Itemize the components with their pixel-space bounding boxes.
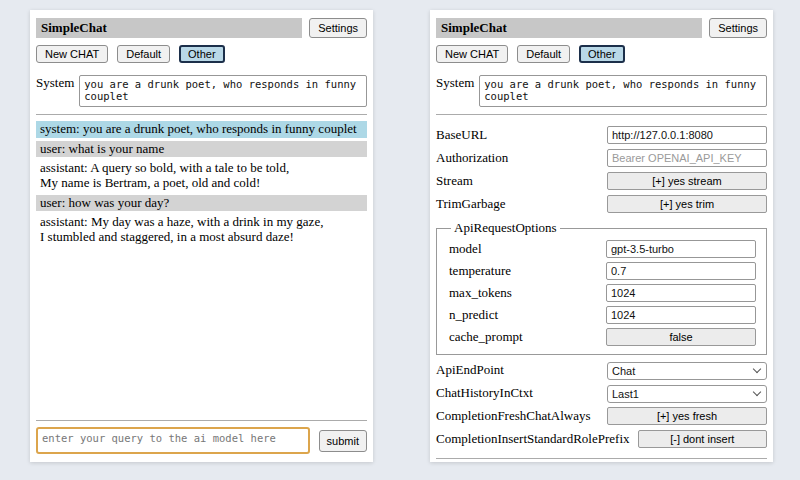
stream-toggle-button[interactable]: [+] yes stream — [607, 172, 767, 190]
setting-row-temperature: temperature — [449, 262, 756, 280]
chathistory-select-wrap: Last1 — [607, 384, 767, 402]
session-other-button[interactable]: Other — [179, 45, 225, 63]
apiendpoint-select-wrap: Chat — [607, 361, 767, 379]
header: SimpleChat Settings — [436, 18, 767, 38]
new-chat-button[interactable]: New CHAT — [36, 45, 108, 63]
chat-message-assistant: assistant: A query so bold, with a tale … — [36, 160, 367, 191]
submit-button[interactable]: submit — [319, 430, 367, 452]
setting-row-completion-fresh: CompletionFreshChatAlways [+] yes fresh — [436, 407, 767, 425]
setting-row-baseurl: BaseURL — [436, 126, 767, 144]
chathistory-select[interactable]: Last1 — [607, 385, 767, 403]
new-chat-button[interactable]: New CHAT — [436, 45, 508, 63]
header: SimpleChat Settings — [36, 18, 367, 38]
divider — [36, 420, 367, 421]
query-input[interactable] — [36, 427, 310, 454]
chat-message-assistant: assistant: My day was a haze, with a dri… — [36, 214, 367, 245]
setting-row-trimgarbage: TrimGarbage [+] yes trim — [436, 195, 767, 213]
setting-row-max-tokens: max_tokens — [449, 284, 756, 302]
trimgarbage-toggle-button[interactable]: [+] yes trim — [607, 195, 767, 213]
n-predict-label: n_predict — [449, 307, 498, 323]
system-prompt-input[interactable]: you are a drunk poet, who responds in fu… — [79, 75, 367, 107]
temperature-input[interactable] — [606, 262, 756, 280]
temperature-label: temperature — [449, 263, 511, 279]
app-title: SimpleChat — [36, 18, 302, 38]
session-default-button[interactable]: Default — [117, 45, 170, 63]
baseurl-input[interactable] — [607, 126, 767, 144]
app-title: SimpleChat — [436, 18, 702, 38]
completion-insert-label: CompletionInsertStandardRolePrefix — [436, 431, 630, 447]
setting-row-chathistory: ChatHistoryInCtxt Last1 — [436, 384, 767, 402]
n-predict-input[interactable] — [606, 306, 756, 324]
cache-prompt-toggle-button[interactable]: false — [606, 328, 756, 346]
authorization-input[interactable] — [607, 149, 767, 167]
apiendpoint-select[interactable]: Chat — [607, 362, 767, 380]
system-prompt-input[interactable]: you are a drunk poet, who responds in fu… — [479, 75, 767, 107]
system-prompt-row: System you are a drunk poet, who respond… — [36, 75, 367, 107]
trimgarbage-label: TrimGarbage — [436, 196, 506, 212]
api-request-options-legend: ApiRequestOptions — [451, 220, 560, 236]
session-other-button[interactable]: Other — [579, 45, 625, 63]
session-buttons: New CHAT Default Other — [36, 45, 367, 63]
apiendpoint-label: ApiEndPoint — [436, 362, 504, 378]
settings-button[interactable]: Settings — [709, 18, 767, 38]
setting-row-stream: Stream [+] yes stream — [436, 172, 767, 190]
max-tokens-input[interactable] — [606, 284, 756, 302]
system-label: System — [36, 75, 74, 91]
completion-insert-toggle-button[interactable]: [-] dont insert — [638, 430, 767, 448]
api-request-options-group: ApiRequestOptions model temperature max_… — [436, 220, 767, 355]
divider — [436, 114, 767, 115]
chat-message-user: user: what is your name — [36, 141, 367, 158]
settings-button[interactable]: Settings — [309, 18, 367, 38]
max-tokens-label: max_tokens — [449, 285, 512, 301]
authorization-label: Authorization — [436, 150, 508, 166]
setting-row-n-predict: n_predict — [449, 306, 756, 324]
session-default-button[interactable]: Default — [517, 45, 570, 63]
chathistory-label: ChatHistoryInCtxt — [436, 385, 533, 401]
model-label: model — [449, 241, 482, 257]
stream-label: Stream — [436, 173, 473, 189]
completion-fresh-toggle-button[interactable]: [+] yes fresh — [607, 407, 767, 425]
chat-message-list: system: you are a drunk poet, who respon… — [36, 121, 367, 249]
model-input[interactable] — [606, 240, 756, 258]
setting-row-cache-prompt: cache_prompt false — [449, 328, 756, 346]
divider — [436, 458, 767, 459]
baseurl-label: BaseURL — [436, 127, 487, 143]
session-buttons: New CHAT Default Other — [436, 45, 767, 63]
query-row: submit — [36, 427, 367, 454]
cache-prompt-label: cache_prompt — [449, 329, 523, 345]
completion-fresh-label: CompletionFreshChatAlways — [436, 408, 591, 424]
chat-panel: SimpleChat Settings New CHAT Default Oth… — [30, 10, 373, 462]
settings-list: BaseURL Authorization Stream [+] yes str… — [436, 121, 767, 453]
setting-row-authorization: Authorization — [436, 149, 767, 167]
system-prompt-row: System you are a drunk poet, who respond… — [436, 75, 767, 107]
settings-panel: SimpleChat Settings New CHAT Default Oth… — [430, 10, 773, 462]
setting-row-completion-insert: CompletionInsertStandardRolePrefix [-] d… — [436, 430, 767, 448]
chat-message-system: system: you are a drunk poet, who respon… — [36, 121, 367, 138]
divider — [36, 114, 367, 115]
system-label: System — [436, 75, 474, 91]
setting-row-apiendpoint: ApiEndPoint Chat — [436, 361, 767, 379]
chat-message-user: user: how was your day? — [36, 195, 367, 212]
setting-row-model: model — [449, 240, 756, 258]
